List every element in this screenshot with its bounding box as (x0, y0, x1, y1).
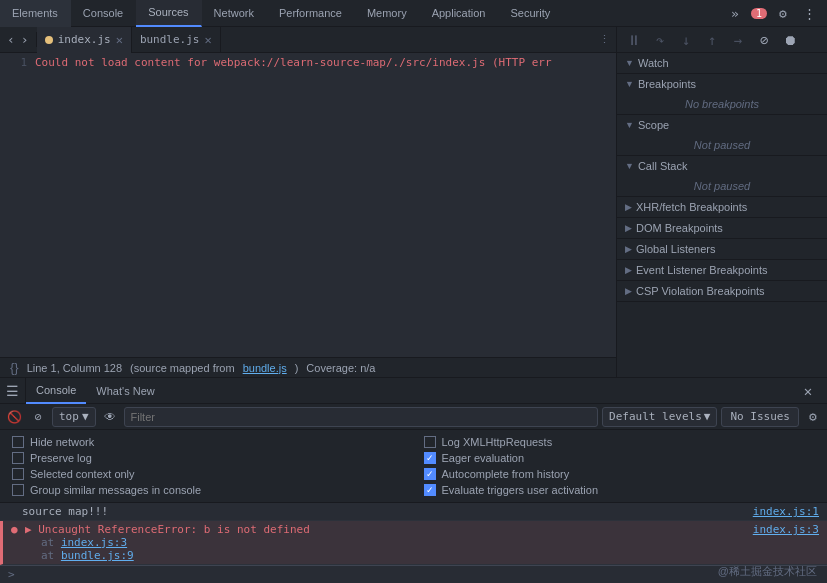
selected-context-checkbox[interactable] (12, 468, 24, 480)
scope-section-header[interactable]: ▼ Scope (617, 115, 827, 135)
global-listeners-header[interactable]: ▶ Global Listeners (617, 239, 827, 259)
tab-whats-new[interactable]: What's New (86, 378, 164, 404)
eager-eval-checkbox[interactable]: ✓ (424, 452, 436, 464)
pause-on-exceptions-button[interactable]: ⏺ (779, 29, 801, 51)
tab-network[interactable]: Network (202, 0, 267, 27)
call-stack-section-header[interactable]: ▼ Call Stack (617, 156, 827, 176)
tab-back-icon[interactable]: ‹ (4, 32, 18, 47)
issues-badge[interactable]: No Issues (721, 407, 799, 427)
filter-toggle-button[interactable]: ⊘ (28, 407, 48, 427)
file-tab-index-label: index.js (58, 33, 111, 46)
stack-line-2: at bundle.js:9 (41, 549, 819, 562)
tab-memory[interactable]: Memory (355, 0, 420, 27)
dom-label: DOM Breakpoints (636, 222, 723, 234)
debug-toolbar: ⏸ ↷ ↓ ↑ → ⊘ ⏺ (617, 27, 827, 53)
issues-label: No Issues (730, 410, 790, 423)
global-label: Global Listeners (636, 243, 716, 255)
call-stack-label: Call Stack (638, 160, 688, 172)
stack-link-1[interactable]: index.js:3 (61, 536, 127, 549)
debugger-panel: ⏸ ↷ ↓ ↑ → ⊘ ⏺ ▼ Watch ▼ Breakpoints No b… (617, 27, 827, 377)
xhr-breakpoints-section: ▶ XHR/fetch Breakpoints (617, 197, 827, 218)
scope-triangle: ▼ (625, 120, 634, 130)
more-options-button[interactable]: ⋮ (799, 3, 819, 23)
dom-breakpoints-section: ▶ DOM Breakpoints (617, 218, 827, 239)
tab-sources[interactable]: Sources (136, 0, 201, 27)
close-console-button[interactable]: ✕ (795, 378, 821, 404)
scope-section: ▼ Scope Not paused (617, 115, 827, 156)
more-tabs-button[interactable]: » (725, 3, 745, 23)
eye-button[interactable]: 👁 (100, 407, 120, 427)
hide-network-label: Hide network (30, 436, 94, 448)
main-nav-tabs: Elements Console Sources Network Perform… (0, 0, 563, 27)
filter-input[interactable] (124, 407, 599, 427)
level-selector[interactable]: Default levels ▼ (602, 407, 717, 427)
breakpoints-section-header[interactable]: ▼ Breakpoints (617, 74, 827, 94)
event-listeners-header[interactable]: ▶ Event Listener Breakpoints (617, 260, 827, 280)
context-label: top (59, 410, 79, 423)
breakpoints-label: Breakpoints (638, 78, 696, 90)
top-toolbar-right: » 1 ⚙ ⋮ (717, 3, 827, 23)
step-over-button[interactable]: ↷ (649, 29, 671, 51)
setting-hide-network: Hide network (12, 436, 404, 448)
pause-button[interactable]: ⏸ (623, 29, 645, 51)
source-mapped-file[interactable]: bundle.js (243, 362, 287, 374)
group-similar-checkbox[interactable] (12, 484, 24, 496)
csp-violation-header[interactable]: ▶ CSP Violation Breakpoints (617, 281, 827, 301)
autocomplete-history-checkbox[interactable]: ✓ (424, 468, 436, 480)
settings-button[interactable]: ⚙ (773, 3, 793, 23)
log-xmlhttp-checkbox[interactable] (424, 436, 436, 448)
tab-performance[interactable]: Performance (267, 0, 355, 27)
autocomplete-history-label: Autocomplete from history (442, 468, 570, 480)
watch-section-header[interactable]: ▼ Watch (617, 53, 827, 73)
tab-end-button[interactable]: ⋮ (593, 33, 616, 46)
console-message-sourcemap: source map!!! index.js:1 (0, 503, 827, 521)
stack-link-2[interactable]: bundle.js:9 (61, 549, 134, 562)
clear-console-button[interactable]: 🚫 (4, 407, 24, 427)
deactivate-breakpoints-button[interactable]: ⊘ (753, 29, 775, 51)
eval-triggers-checkbox[interactable]: ✓ (424, 484, 436, 496)
close-tab-bundle[interactable]: ✕ (204, 33, 211, 47)
status-bar: {} Line 1, Column 128 (source mapped fro… (0, 357, 616, 377)
source-map-content: source map!!! (22, 505, 753, 518)
line-content-1: Could not load content for webpack://lea… (35, 56, 552, 69)
step-out-button[interactable]: ↑ (701, 29, 723, 51)
preserve-log-checkbox[interactable] (12, 452, 24, 464)
xhr-breakpoints-header[interactable]: ▶ XHR/fetch Breakpoints (617, 197, 827, 217)
tab-console-bottom[interactable]: Console (26, 378, 86, 404)
tab-security[interactable]: Security (498, 0, 563, 27)
call-stack-triangle: ▼ (625, 161, 634, 171)
source-map-source[interactable]: index.js:1 (753, 505, 819, 518)
level-arrow-icon: ▼ (704, 410, 711, 423)
console-menu-button[interactable]: ☰ (0, 378, 26, 404)
console-settings-button[interactable]: ⚙ (803, 407, 823, 427)
source-mapped-suffix: ) (295, 362, 299, 374)
error-source[interactable]: index.js:3 (753, 523, 819, 536)
step-into-button[interactable]: ↓ (675, 29, 697, 51)
file-tab-bundle[interactable]: bundle.js ✕ (132, 27, 221, 53)
tab-application[interactable]: Application (420, 0, 499, 27)
source-panel: ‹ › index.js ✕ bundle.js ✕ ⋮ 1 Could not… (0, 27, 617, 377)
error-badge: 1 (751, 8, 767, 19)
tab-console[interactable]: Console (71, 0, 136, 27)
error-main-content: ▶ Uncaught ReferenceError: b is not defi… (25, 523, 753, 536)
nav-tabs-container: Elements Console Sources Network Perform… (0, 0, 717, 27)
tab-elements[interactable]: Elements (0, 0, 71, 27)
dom-breakpoints-header[interactable]: ▶ DOM Breakpoints (617, 218, 827, 238)
console-settings-panel: Hide network Log XMLHttpRequests Preserv… (0, 430, 827, 503)
breakpoints-body: No breakpoints (617, 94, 827, 114)
context-selector[interactable]: top ▼ (52, 407, 96, 427)
preserve-log-label: Preserve log (30, 452, 92, 464)
tab-forward-icon[interactable]: › (18, 32, 32, 47)
code-editor[interactable]: 1 Could not load content for webpack://l… (0, 53, 616, 357)
console-output: source map!!! index.js:1 ● ▶ Uncaught Re… (0, 503, 827, 583)
file-tab-index[interactable]: index.js ✕ (37, 27, 132, 53)
error-stack: at index.js:3 at bundle.js:9 (25, 536, 819, 562)
csp-triangle: ▶ (625, 286, 632, 296)
event-label: Event Listener Breakpoints (636, 264, 767, 276)
step-button[interactable]: → (727, 29, 749, 51)
global-listeners-section: ▶ Global Listeners (617, 239, 827, 260)
close-tab-index[interactable]: ✕ (116, 33, 123, 47)
console-input[interactable] (21, 568, 819, 581)
hide-network-checkbox[interactable] (12, 436, 24, 448)
modified-dot (45, 36, 53, 44)
